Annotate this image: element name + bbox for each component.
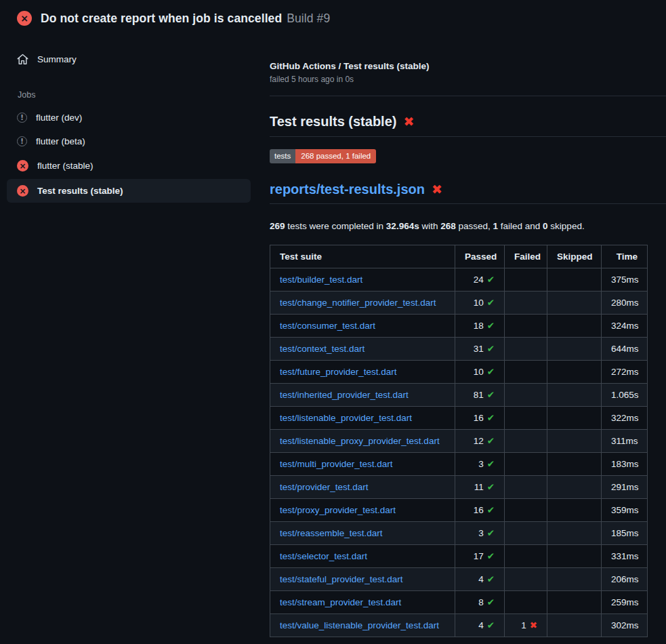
time-cell: 322ms — [602, 406, 648, 429]
suite-link[interactable]: test/value_listenable_provider_test.dart — [280, 620, 439, 630]
suite-link[interactable]: test/reassemble_test.dart — [280, 528, 383, 538]
count-value: 1 — [521, 620, 526, 630]
count-value: 8 — [478, 597, 484, 607]
sidebar-item-label: Test results (stable) — [37, 186, 123, 196]
skipped-cell — [547, 360, 602, 383]
sidebar-item-test-results-stable[interactable]: ×Test results (stable) — [7, 179, 251, 203]
results-table: Test suitePassedFailedSkippedTime test/b… — [270, 245, 648, 637]
sidebar-item-flutter-dev[interactable]: !flutter (dev) — [7, 106, 251, 129]
check-mark-icon: ✔ — [487, 297, 495, 308]
count-value: 3 — [478, 528, 484, 538]
table-row: test/consumer_test.dart18✔324ms — [270, 314, 648, 337]
summary-segment: 268 — [440, 221, 456, 231]
check-summary-header: GitHub Actions / Test results (stable) f… — [270, 35, 666, 96]
suite-link[interactable]: test/inherited_provider_test.dart — [280, 390, 409, 400]
report-link[interactable]: reports/test-results.json — [270, 182, 425, 197]
skipped-cell — [547, 521, 602, 544]
check-title: GitHub Actions / Test results (stable) — [270, 61, 666, 71]
count-value: 16 — [474, 413, 484, 423]
sidebar-item-flutter-beta[interactable]: !flutter (beta) — [7, 130, 251, 153]
suite-cell: test/future_provider_test.dart — [270, 360, 455, 383]
check-mark-icon: ✔ — [487, 274, 495, 285]
neutral-icon: ! — [17, 136, 27, 146]
table-row: test/selector_test.dart17✔331ms — [270, 544, 648, 567]
count-value: 24 — [474, 275, 484, 285]
time-cell: 183ms — [602, 452, 648, 475]
suite-cell: test/reassemble_test.dart — [270, 521, 455, 544]
suite-cell: test/context_test.dart — [270, 337, 455, 360]
col-header-time: Time — [602, 245, 648, 268]
summary-segment: skipped. — [548, 221, 585, 231]
col-header-skipped: Skipped — [547, 245, 602, 268]
check-mark-icon: ✔ — [487, 620, 495, 630]
failed-cell — [505, 337, 547, 360]
sidebar-item-label: flutter (beta) — [36, 136, 85, 146]
suite-cell: test/inherited_provider_test.dart — [270, 383, 455, 406]
check-mark-icon: ✔ — [487, 435, 495, 446]
count-value: 31 — [474, 344, 484, 354]
count-value: 12 — [474, 436, 484, 446]
table-row: test/future_provider_test.dart10✔272ms — [270, 360, 648, 383]
summary-segment: 32.964s — [386, 221, 419, 231]
col-header-test-suite: Test suite — [270, 245, 455, 268]
failed-cell — [505, 383, 547, 406]
failed-cell: 1✖ — [505, 613, 547, 637]
suite-link[interactable]: test/provider_test.dart — [280, 482, 369, 492]
table-row: test/provider_test.dart11✔291ms — [270, 475, 648, 498]
passed-cell: 8✔ — [455, 590, 505, 613]
suite-link[interactable]: test/listenable_provider_test.dart — [280, 413, 412, 423]
col-header-passed: Passed — [455, 245, 505, 268]
report-heading: reports/test-results.json ✖ — [270, 182, 666, 204]
suite-link[interactable]: test/proxy_provider_test.dart — [280, 505, 396, 515]
passed-cell: 10✔ — [455, 360, 505, 383]
passed-cell: 31✔ — [455, 337, 505, 360]
check-mark-icon: ✔ — [487, 597, 495, 607]
suite-link[interactable]: test/selector_test.dart — [280, 551, 367, 561]
cross-mark-icon: ✖ — [530, 620, 537, 630]
suite-cell: test/provider_test.dart — [270, 475, 455, 498]
table-row: test/listenable_provider_test.dart16✔322… — [270, 406, 648, 429]
suite-link[interactable]: test/consumer_test.dart — [280, 321, 375, 331]
failed-icon: × — [17, 160, 28, 172]
sidebar-item-summary[interactable]: Summary — [7, 47, 251, 71]
check-run-header: × Do not create report when job is cance… — [0, 0, 666, 35]
badge-value: 268 passed, 1 failed — [295, 149, 376, 163]
count-value: 4 — [478, 620, 484, 630]
failed-cell — [505, 498, 547, 521]
table-row: test/builder_test.dart24✔375ms — [270, 268, 648, 291]
passed-cell: 3✔ — [455, 452, 505, 475]
time-cell: 259ms — [602, 590, 648, 613]
home-icon — [17, 54, 28, 65]
suite-link[interactable]: test/stream_provider_test.dart — [280, 597, 401, 607]
jobs-section-label: Jobs — [0, 73, 257, 106]
suite-link[interactable]: test/listenable_proxy_provider_test.dart — [280, 436, 440, 446]
passed-cell: 4✔ — [455, 567, 505, 590]
failed-cell — [505, 268, 547, 291]
time-cell: 302ms — [602, 613, 648, 637]
suite-link[interactable]: test/builder_test.dart — [280, 275, 362, 285]
time-cell: 644ms — [602, 337, 648, 360]
suite-cell: test/multi_provider_test.dart — [270, 452, 455, 475]
suite-link[interactable]: test/context_test.dart — [280, 344, 365, 354]
failed-status-icon: × — [17, 11, 32, 26]
summary-segment: failed and — [498, 221, 543, 231]
time-cell: 280ms — [602, 291, 648, 314]
skipped-cell — [547, 567, 602, 590]
summary-segment: with — [419, 221, 441, 231]
suite-link[interactable]: test/multi_provider_test.dart — [280, 459, 393, 469]
suite-link[interactable]: test/future_provider_test.dart — [280, 367, 397, 377]
suite-link[interactable]: test/stateful_provider_test.dart — [280, 574, 403, 584]
cross-mark-icon: ✖ — [403, 115, 414, 128]
check-mark-icon: ✔ — [487, 481, 495, 492]
passed-cell: 16✔ — [455, 406, 505, 429]
table-row: test/proxy_provider_test.dart16✔359ms — [270, 498, 648, 521]
count-value: 10 — [474, 298, 484, 308]
table-row: test/inherited_provider_test.dart81✔1.06… — [270, 383, 648, 406]
summary-text: 269 tests were completed in 32.964s with… — [270, 221, 666, 231]
main-content: GitHub Actions / Test results (stable) f… — [257, 35, 666, 637]
time-cell: 206ms — [602, 567, 648, 590]
failed-cell — [505, 314, 547, 337]
summary-segment: tests were completed in — [285, 221, 386, 231]
sidebar-item-flutter-stable[interactable]: ×flutter (stable) — [7, 154, 251, 178]
suite-link[interactable]: test/change_notifier_provider_test.dart — [280, 298, 436, 308]
